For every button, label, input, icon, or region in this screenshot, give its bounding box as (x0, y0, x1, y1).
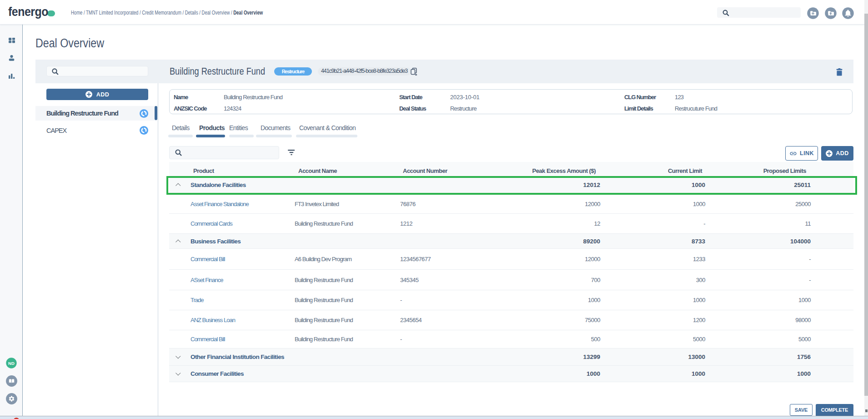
svg-text:ND: ND (8, 361, 15, 366)
